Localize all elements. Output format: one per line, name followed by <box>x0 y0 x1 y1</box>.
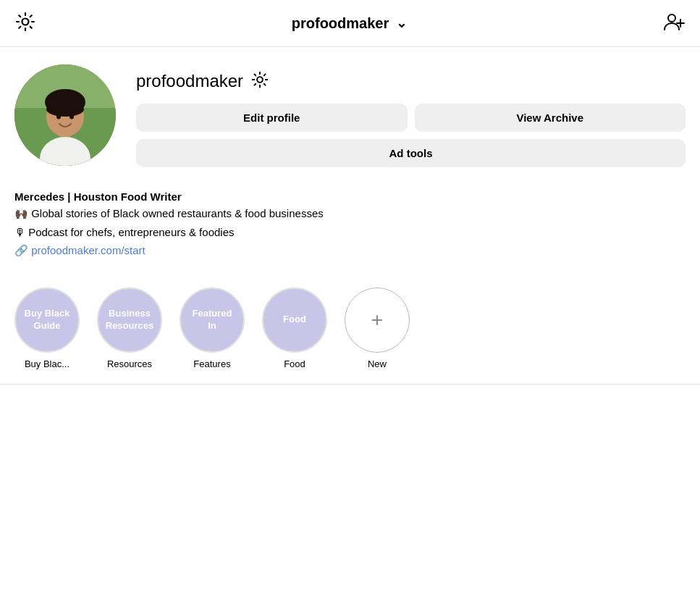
link-icon: 🔗 <box>14 244 31 256</box>
profile-settings-icon[interactable] <box>250 70 269 92</box>
bio-line2: 🎙 Podcast for chefs, entrepreneurs & foo… <box>14 224 686 241</box>
highlight-circle-food: Food <box>262 287 327 353</box>
highlight-item-featured-in[interactable]: Featured InFeatures <box>180 287 245 369</box>
edit-profile-button[interactable]: Edit profile <box>136 104 408 132</box>
svg-point-11 <box>56 114 61 119</box>
settings-icon[interactable] <box>14 11 36 35</box>
highlight-circle-new: + <box>345 287 410 353</box>
profile-username: profoodmaker <box>136 71 243 91</box>
highlight-item-food[interactable]: FoodFood <box>262 287 327 369</box>
avatar <box>14 64 116 166</box>
svg-point-13 <box>257 77 263 83</box>
top-nav: profoodmaker ⌄ <box>0 0 700 47</box>
highlight-inner-text-food: Food <box>279 309 311 330</box>
highlight-item-buy-black-guide[interactable]: Buy Black GuideBuy Blac... <box>14 287 80 369</box>
highlight-label-business-resources: Resources <box>107 358 152 369</box>
highlight-inner-text-buy-black-guide: Buy Black Guide <box>20 303 75 337</box>
profile-buttons: Edit profile View Archive Ad tools <box>136 104 686 167</box>
btn-row: Edit profile View Archive <box>136 104 686 132</box>
highlight-circle-buy-black-guide: Buy Black Guide <box>14 287 80 353</box>
profile-section: profoodmaker Edit profile View Archive A… <box>0 47 700 190</box>
highlight-circle-featured-in: Featured In <box>180 287 245 353</box>
view-archive-button[interactable]: View Archive <box>415 104 686 132</box>
highlight-item-business-resources[interactable]: Business ResourcesResources <box>97 287 162 369</box>
svg-point-10 <box>46 102 84 117</box>
svg-point-1 <box>668 14 675 22</box>
nav-title[interactable]: profoodmaker ⌄ <box>292 15 407 32</box>
bio-line1: 🙌🏿 Global stories of Black owned restaur… <box>14 206 686 222</box>
avatar-container[interactable] <box>14 64 116 166</box>
highlight-label-featured-in: Features <box>193 358 230 369</box>
highlight-label-buy-black-guide: Buy Blac... <box>25 358 69 369</box>
bio-section: Mercedes | Houston Food Writer 🙌🏿 Global… <box>0 190 700 276</box>
section-divider <box>0 384 700 385</box>
highlight-label-food: Food <box>284 358 305 369</box>
chevron-down-icon: ⌄ <box>396 15 407 31</box>
bio-name: Mercedes | Houston Food Writer <box>14 190 686 203</box>
highlight-inner-text-business-resources: Business Resources <box>101 303 158 337</box>
username-row: profoodmaker <box>136 70 686 92</box>
highlight-item-new[interactable]: +New <box>345 287 410 369</box>
highlights-section: Buy Black GuideBuy Blac...Business Resou… <box>0 276 700 384</box>
nav-username: profoodmaker <box>292 15 389 32</box>
new-highlight-plus-icon: + <box>371 309 383 332</box>
svg-point-0 <box>22 19 29 25</box>
svg-point-12 <box>69 114 74 119</box>
highlight-circle-business-resources: Business Resources <box>97 287 162 353</box>
highlight-inner-text-featured-in: Featured In <box>188 303 237 337</box>
bio-link[interactable]: profoodmaker.com/start <box>31 244 146 256</box>
highlight-label-new: New <box>368 358 387 369</box>
bio-link-line: 🔗 profoodmaker.com/start <box>14 243 686 259</box>
add-user-icon[interactable] <box>662 10 686 36</box>
profile-info: profoodmaker Edit profile View Archive A… <box>136 64 686 167</box>
ad-tools-button[interactable]: Ad tools <box>136 139 686 167</box>
profile-header: profoodmaker Edit profile View Archive A… <box>14 64 686 167</box>
